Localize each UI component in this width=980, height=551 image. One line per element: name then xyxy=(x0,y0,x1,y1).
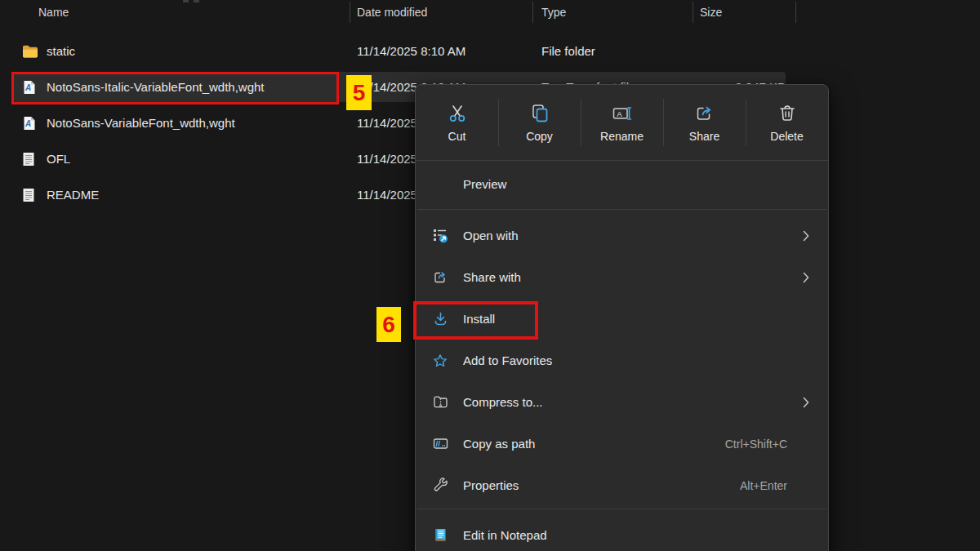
text-file-icon xyxy=(22,188,35,203)
column-header-date-modified[interactable]: Date modified xyxy=(357,0,427,24)
file-name: OFL xyxy=(47,141,70,177)
svg-text:A: A xyxy=(24,119,31,128)
rename-icon: A xyxy=(612,103,633,124)
menu-item-shortcut: Ctrl+Shift+C xyxy=(725,438,787,451)
context-menu-toolbar: Cut Copy A Rename Share Delete xyxy=(416,85,828,161)
sort-indicator-remnant xyxy=(194,0,199,2)
menu-item-shortcut: Alt+Enter xyxy=(740,479,787,492)
font-file-icon: A xyxy=(22,116,37,131)
toolbar-button-label: Cut xyxy=(448,130,466,143)
column-separator[interactable] xyxy=(693,2,693,23)
share-icon xyxy=(694,103,715,124)
open-with-icon xyxy=(432,228,448,243)
svg-text:A: A xyxy=(617,109,621,118)
column-separator[interactable] xyxy=(350,2,350,23)
delete-icon xyxy=(777,103,798,124)
cut-icon xyxy=(447,103,468,124)
menu-item-label: Share with xyxy=(463,270,802,284)
file-name: static xyxy=(47,33,75,69)
menu-item-share-with[interactable]: Share with xyxy=(416,256,828,298)
menu-item-label: Open with xyxy=(463,229,802,242)
annotation-marker-5: 5 xyxy=(346,75,372,110)
menu-item-open-with[interactable]: Open with xyxy=(416,215,828,256)
chevron-right-icon xyxy=(802,229,810,242)
annotation-box-selected-file xyxy=(11,72,339,104)
toolbar-button-copy[interactable]: Copy xyxy=(498,85,581,160)
column-separator[interactable] xyxy=(795,2,796,23)
file-type: File folder xyxy=(541,33,595,69)
chevron-right-icon xyxy=(802,271,810,284)
favorites-star-icon xyxy=(432,353,448,369)
annotation-box-install xyxy=(413,301,538,340)
copy-as-path-icon xyxy=(432,436,448,451)
share-with-icon xyxy=(432,269,448,285)
toolbar-button-label: Copy xyxy=(526,130,553,143)
menu-item-label: Copy as path xyxy=(463,437,725,451)
file-explorer-window: { "colors": { "accent_blue": "#45a3e0", … xyxy=(0,0,980,551)
column-header-name[interactable]: Name xyxy=(38,0,69,24)
toolbar-button-share[interactable]: Share xyxy=(663,85,746,160)
menu-item-label: Edit in Notepad xyxy=(463,528,810,542)
menu-separator xyxy=(417,509,826,509)
text-file-icon xyxy=(22,152,35,167)
file-name: NotoSans-VariableFont_wdth,wght xyxy=(47,105,235,141)
properties-wrench-icon xyxy=(432,478,448,493)
column-separator[interactable] xyxy=(532,2,533,23)
notepad-icon xyxy=(432,527,448,543)
menu-item-label: Properties xyxy=(463,478,740,492)
toolbar-button-label: Delete xyxy=(770,130,803,143)
column-header-size[interactable]: Size xyxy=(700,0,722,24)
file-row-static[interactable]: static 11/14/2025 8:10 AM File folder xyxy=(0,33,980,69)
menu-item-preview[interactable]: Preview xyxy=(416,161,828,207)
menu-item-properties[interactable]: Properties Alt+Enter xyxy=(416,464,828,506)
menu-item-compress-to[interactable]: Compress to... xyxy=(416,381,828,423)
compress-icon xyxy=(432,394,448,410)
toolbar-button-rename[interactable]: A Rename xyxy=(581,85,663,160)
toolbar-button-label: Rename xyxy=(600,130,644,143)
sort-indicator-remnant xyxy=(183,0,189,2)
file-name: README xyxy=(47,177,99,213)
toolbar-button-delete[interactable]: Delete xyxy=(746,85,828,160)
menu-item-copy-as-path[interactable]: Copy as path Ctrl+Shift+C xyxy=(416,423,828,464)
copy-icon xyxy=(529,103,550,124)
toolbar-button-cut[interactable]: Cut xyxy=(416,85,498,160)
toolbar-button-label: Share xyxy=(689,130,719,143)
context-menu-items: Preview Open with Share with Install Add… xyxy=(416,161,828,551)
chevron-right-icon xyxy=(802,396,810,409)
menu-separator xyxy=(417,209,826,210)
folder-icon xyxy=(22,45,38,59)
menu-item-label: Compress to... xyxy=(463,395,802,409)
column-header-type[interactable]: Type xyxy=(541,0,566,24)
menu-item-label: Preview xyxy=(463,177,810,191)
menu-item-label: Add to Favorites xyxy=(463,353,810,367)
annotation-marker-6: 6 xyxy=(376,307,401,342)
file-date-modified: 11/14/2025 8:10 AM xyxy=(357,33,466,69)
menu-item-edit-in-notepad[interactable]: Edit in Notepad xyxy=(416,514,828,551)
menu-item-add-to-favorites[interactable]: Add to Favorites xyxy=(416,340,828,381)
